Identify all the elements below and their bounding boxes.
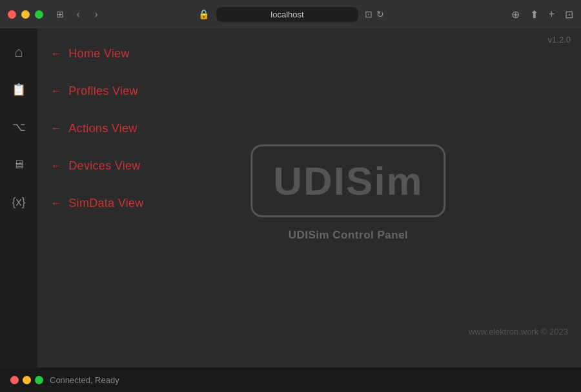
nav-label-profiles: Profiles View: [68, 84, 138, 98]
footer-text: www.elektron.work © 2023: [469, 327, 568, 337]
titlebar-right: ⊕ ⬆ + ⊡: [511, 8, 573, 21]
arrow-devices: ←: [50, 159, 62, 173]
refresh-icon[interactable]: ↻: [376, 9, 384, 19]
add-tab-icon[interactable]: +: [549, 8, 555, 20]
logo-box: UDISim: [250, 144, 445, 217]
logo-subtitle: UDISim Control Panel: [289, 229, 409, 242]
minimize-button[interactable]: [21, 10, 30, 19]
actions-icon: ⌥: [12, 121, 26, 133]
nav-item-actions[interactable]: ← Actions View: [37, 110, 581, 147]
sidebar-item-actions[interactable]: ⌥: [0, 108, 37, 146]
nav-label-simdata: SimData View: [68, 197, 143, 210]
home-icon: ⌂: [14, 45, 23, 59]
close-button[interactable]: [8, 10, 16, 19]
arrow-actions: ←: [50, 122, 62, 135]
forward-button[interactable]: ›: [90, 8, 103, 21]
titlebar: ⊞ ‹ › 🔒 localhost ⊡ ↻ ⊕ ⬆ + ⊡: [0, 0, 581, 28]
back-button[interactable]: ‹: [72, 8, 85, 21]
nav-controls: ⊞ ‹ ›: [54, 8, 103, 21]
address-bar[interactable]: localhost: [216, 7, 358, 22]
tabs-icon[interactable]: ⊡: [565, 8, 573, 21]
profiles-icon: 📋: [12, 84, 26, 95]
status-dots: [10, 376, 43, 384]
traffic-lights: [8, 10, 43, 19]
version-badge: v1.2.0: [548, 35, 571, 44]
main-container: ⌂ 📋 ⌥ 🖥 {x} v1.2.0 ← Home View ← Profile…: [0, 28, 581, 368]
arrow-home: ←: [50, 47, 62, 61]
logo-text: UDISim: [273, 158, 423, 204]
lock-icon: 🔒: [197, 8, 210, 21]
window-icon[interactable]: ⊞: [54, 8, 66, 21]
status-dot-red: [10, 376, 19, 384]
sidebar-item-devices[interactable]: 🖥: [0, 146, 37, 183]
sidebar-item-home[interactable]: ⌂: [0, 34, 37, 71]
sidebar: ⌂ 📋 ⌥ 🖥 {x}: [0, 28, 37, 368]
statusbar: Connected, Ready: [0, 368, 581, 392]
nav-label-devices: Devices View: [68, 159, 140, 173]
download-icon[interactable]: ⊕: [511, 8, 520, 21]
simdata-icon: {x}: [12, 196, 25, 208]
arrow-profiles: ←: [50, 84, 62, 98]
nav-label-actions: Actions View: [68, 122, 137, 135]
status-text: Connected, Ready: [50, 375, 119, 385]
devices-icon: 🖥: [13, 159, 25, 170]
titlebar-center: 🔒 localhost ⊡ ↻: [197, 7, 384, 22]
nav-label-home: Home View: [68, 47, 129, 61]
nav-item-home[interactable]: ← Home View: [37, 35, 581, 72]
arrow-simdata: ←: [50, 197, 62, 210]
share-icon[interactable]: ⬆: [530, 8, 538, 21]
nav-item-profiles[interactable]: ← Profiles View: [37, 72, 581, 110]
content-area: v1.2.0 ← Home View ← Profiles View ← Act…: [37, 28, 581, 368]
titlebar-icons: ⊡ ↻: [365, 9, 384, 19]
sidebar-item-profiles[interactable]: 📋: [0, 71, 37, 108]
logo-area: UDISim UDISim Control Panel: [250, 144, 445, 242]
status-dot-green: [35, 376, 43, 384]
cast-icon: ⊡: [365, 9, 372, 19]
status-left: Connected, Ready: [10, 375, 119, 385]
status-dot-yellow: [23, 376, 31, 384]
sidebar-item-simdata[interactable]: {x}: [0, 183, 37, 220]
maximize-button[interactable]: [35, 10, 43, 19]
